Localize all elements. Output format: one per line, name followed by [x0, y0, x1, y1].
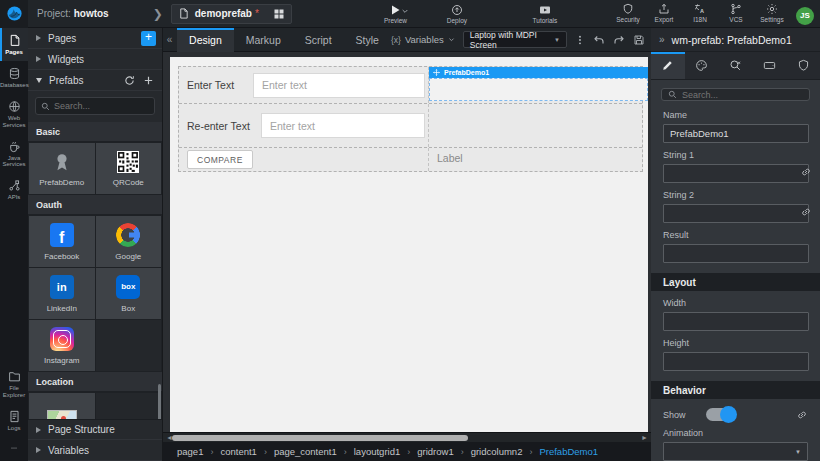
selected-widget-prefabdemo1[interactable]: PrefabDemo1	[429, 67, 648, 101]
more-options-button[interactable]	[575, 34, 585, 46]
breadcrumb-item[interactable]: page_content1	[274, 446, 337, 457]
grid-column-1[interactable]: Re-enter Text	[179, 104, 429, 147]
tab-script[interactable]: Script	[293, 28, 344, 52]
variables-dropdown[interactable]: {x} Variables	[391, 34, 455, 45]
properties-search-input[interactable]	[682, 90, 803, 100]
wavemaker-logo[interactable]	[0, 0, 28, 28]
prefab-tile-linkedin[interactable]: in LinkedIn	[29, 268, 95, 319]
breadcrumb-item[interactable]: layoutgrid1	[354, 446, 400, 457]
tab-security[interactable]	[786, 52, 820, 79]
re-enter-text-input[interactable]	[261, 113, 425, 138]
horizontal-scrollbar[interactable]: ◄ ►	[163, 432, 651, 442]
grid-column-2[interactable]: Label	[429, 148, 642, 171]
rail-item-web-services[interactable]: Web Services	[0, 94, 28, 134]
selection-header[interactable]: PrefabDemo1	[429, 67, 648, 78]
breadcrumb-item[interactable]: page1	[177, 446, 203, 457]
bind-show-link-icon[interactable]	[796, 409, 808, 421]
tab-devices[interactable]	[752, 52, 786, 79]
rail-item-pages[interactable]: Pages	[0, 28, 28, 61]
grid-row-2[interactable]: Re-enter Text	[179, 104, 642, 148]
rail-item-logs[interactable]: Logs	[0, 404, 28, 437]
panel-section-pages[interactable]: Pages +	[28, 28, 162, 49]
grid-column-1[interactable]: COMPARE	[179, 148, 429, 171]
prefab-tile-box[interactable]: box Box	[96, 268, 162, 319]
string2-input[interactable]	[663, 204, 809, 223]
layout-grid[interactable]: Enter Text PrefabDemo1	[178, 66, 643, 172]
show-toggle[interactable]	[706, 408, 736, 421]
panel-section-page-structure[interactable]: Page Structure	[28, 419, 162, 440]
prefab-tile-qrcode[interactable]: QRCode	[96, 143, 162, 194]
preview-button[interactable]: Preview	[384, 4, 436, 24]
rail-item-databases[interactable]: Databases	[0, 61, 28, 94]
tab-style[interactable]: Style	[344, 28, 391, 52]
breadcrumb-item[interactable]: content1	[220, 446, 256, 457]
scrollbar-thumb[interactable]	[172, 435, 468, 441]
tab-styles[interactable]	[685, 52, 719, 79]
i18n-button[interactable]: A I18N	[682, 3, 718, 23]
rail-item-apis[interactable]: APIs	[0, 173, 28, 206]
undo-button[interactable]	[593, 34, 605, 46]
prefab-search[interactable]	[35, 97, 155, 115]
grid-row-3[interactable]: COMPARE Label	[179, 148, 642, 171]
panel-section-variables[interactable]: Variables	[28, 440, 162, 461]
panel-section-widgets[interactable]: Widgets	[28, 49, 162, 70]
breadcrumb-item[interactable]: gridrow1	[417, 446, 453, 457]
grid-row-1[interactable]: Enter Text PrefabDemo1	[179, 67, 642, 104]
tutorials-button[interactable]: Tutorials	[524, 4, 566, 24]
prefab-tile-map[interactable]	[29, 393, 95, 419]
tab-properties[interactable]	[651, 52, 685, 79]
result-input[interactable]	[663, 244, 809, 263]
add-page-button[interactable]: +	[141, 31, 156, 46]
selection-body[interactable]	[429, 78, 648, 101]
user-avatar[interactable]: JS	[796, 7, 814, 25]
facebook-icon: f	[50, 223, 74, 247]
breadcrumb-item[interactable]: gridcolumn2	[471, 446, 523, 457]
name-input[interactable]	[663, 124, 809, 143]
tab-events[interactable]	[719, 52, 753, 79]
security-button[interactable]: Security	[610, 3, 646, 23]
grid-column-1[interactable]: Enter Text	[179, 67, 429, 103]
prefab-tile-google[interactable]: Google	[96, 216, 162, 267]
tab-markup[interactable]: Markup	[234, 28, 293, 52]
vcs-button[interactable]: VCS	[718, 3, 754, 23]
deploy-button[interactable]: Deploy	[436, 4, 478, 24]
refresh-prefabs-icon[interactable]	[124, 75, 135, 86]
bind-string1-link-icon[interactable]	[800, 166, 812, 178]
tab-design[interactable]: Design	[177, 28, 234, 52]
field-string2: String 2	[651, 190, 820, 223]
export-button[interactable]: Export	[646, 3, 682, 23]
width-input[interactable]	[663, 312, 809, 331]
panel-section-prefabs[interactable]: Prefabs	[28, 70, 162, 91]
properties-search[interactable]	[661, 88, 810, 101]
prefab-search-input[interactable]	[54, 101, 149, 111]
prefab-tile-prefabdemo[interactable]: PrefabDemo	[29, 143, 95, 194]
page-canvas[interactable]: Enter Text PrefabDemo1	[170, 57, 648, 432]
redo-button[interactable]	[613, 34, 625, 46]
string1-input[interactable]	[663, 164, 809, 183]
compare-button[interactable]: COMPARE	[187, 150, 253, 169]
current-page-selector[interactable]: demoprefab *	[171, 4, 292, 24]
save-button[interactable]	[633, 34, 645, 46]
animation-select[interactable]: ▼	[663, 442, 808, 461]
breadcrumb-item-current[interactable]: PrefabDemo1	[539, 446, 598, 457]
settings-button[interactable]: Settings	[754, 3, 790, 23]
enter-text-input[interactable]	[253, 73, 425, 98]
collapse-left-panel-icon[interactable]: «	[163, 34, 176, 45]
prefab-tile-facebook[interactable]: f Facebook	[29, 216, 95, 267]
rail-item-java-services[interactable]: Java Services	[0, 134, 28, 174]
field-width: Width	[651, 298, 820, 331]
grid-column-2[interactable]	[429, 104, 642, 147]
rail-item-file-explorer[interactable]: File Explorer	[0, 364, 28, 404]
label-widget[interactable]: Label	[437, 152, 463, 164]
bind-string2-link-icon[interactable]	[800, 206, 812, 218]
device-selector[interactable]: Laptop with MDPI Screen ▼	[463, 31, 567, 48]
panel-scrollbar[interactable]	[158, 384, 161, 419]
rail-more-button[interactable]	[0, 437, 28, 461]
expand-panel-icon[interactable]: »	[659, 34, 665, 45]
add-prefab-icon[interactable]	[143, 75, 154, 86]
height-input[interactable]	[663, 352, 809, 371]
more-dots-icon	[7, 445, 21, 451]
scroll-right-arrow-icon[interactable]: ►	[641, 434, 648, 441]
page-grid-icon[interactable]	[273, 8, 285, 20]
prefab-tile-instagram[interactable]: Instagram	[29, 320, 95, 371]
